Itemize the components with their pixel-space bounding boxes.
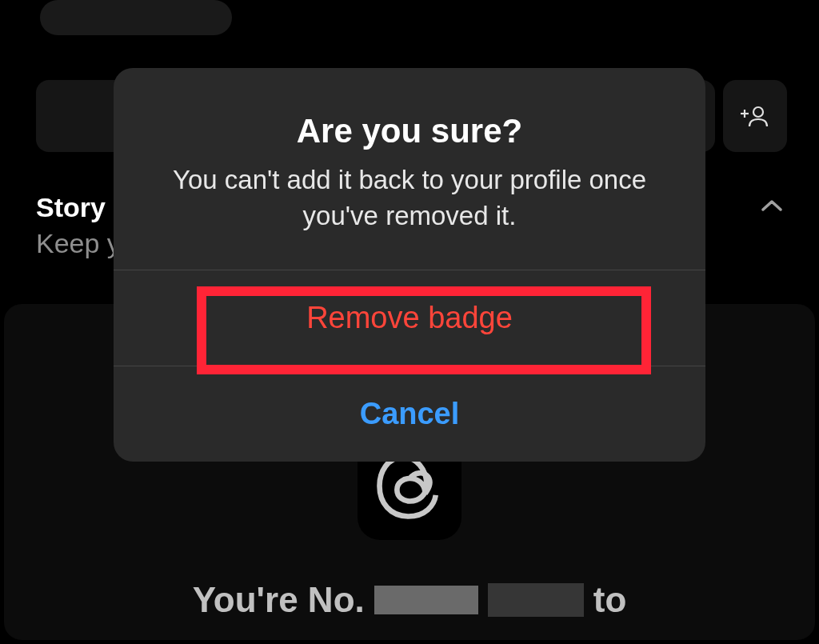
add-user-button[interactable]: [723, 80, 787, 152]
confirm-modal: Are you sure? You can't add it back to y…: [114, 68, 705, 462]
censored-block-2: [488, 583, 584, 617]
remove-badge-button[interactable]: Remove badge: [114, 270, 705, 366]
svg-point-0: [753, 107, 763, 117]
keep-subtitle: Keep y: [36, 228, 121, 259]
censored-block-1: [374, 586, 478, 614]
modal-message: You can't add it back to your profile on…: [138, 162, 681, 234]
modal-title: Are you sure?: [138, 112, 681, 150]
youre-suffix: to: [593, 580, 627, 620]
modal-header: Are you sure? You can't add it back to y…: [114, 68, 705, 270]
cancel-button[interactable]: Cancel: [114, 366, 705, 462]
story-highlights-label: Story: [36, 192, 106, 223]
youre-number-text: You're No. to: [193, 580, 627, 620]
add-user-icon: [741, 105, 769, 127]
background-pill: [40, 0, 232, 35]
chevron-up-icon[interactable]: [761, 198, 783, 213]
youre-prefix: You're No.: [193, 580, 365, 620]
